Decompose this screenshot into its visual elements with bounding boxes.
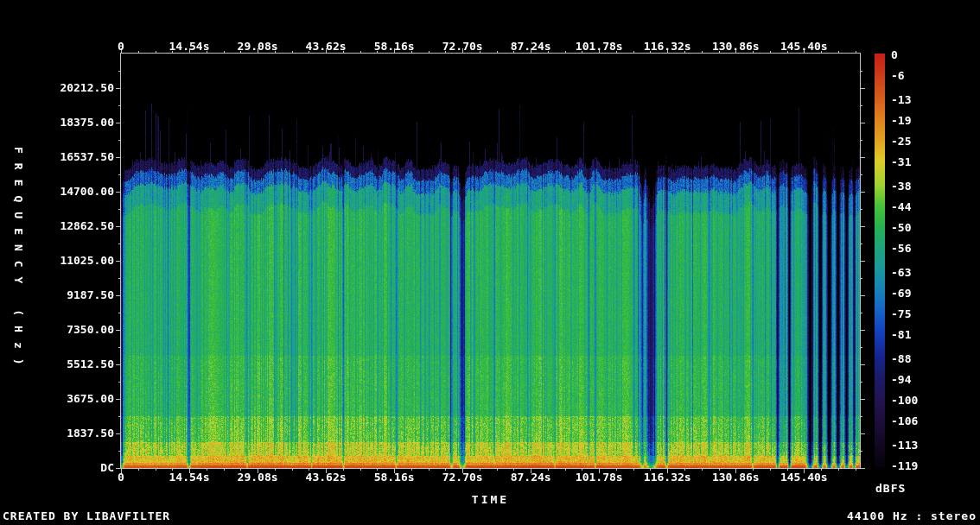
legend-tick-label: -19 [891,115,911,127]
freq-tick-label: 3675.00 [31,393,114,405]
time-tick-label: 87.24s [511,471,551,484]
time-tick-label: 58.16s [374,41,415,53]
time-tick-label: 14.54s [169,41,210,53]
legend-tick-label: -6 [891,70,905,82]
time-tick-label: 43.62s [306,41,347,53]
time-tick-label: 87.24s [511,41,551,53]
freq-tick-label: 7350.00 [31,324,114,336]
time-tick-label: 0 [118,471,124,484]
freq-tick-label: 16537.50 [31,151,114,163]
legend-tick-label: 0 [891,49,898,61]
freq-tick-label: 12862.50 [31,220,114,232]
time-tick-label: 29.08s [238,471,278,484]
stream-info: 44100 Hz : stereo [847,509,977,522]
time-tick-label: 72.70s [442,471,483,484]
legend-tick-label: -31 [891,156,911,168]
legend-tick-label: -100 [891,395,918,407]
legend-tick-label: -75 [891,308,911,320]
time-tick-label: 43.62s [306,471,347,484]
time-tick-label: 29.08s [238,41,278,53]
time-axis-title: TIME [121,493,860,506]
spectrogram-window: 014.54s29.08s43.62s58.16s72.70s87.24s101… [0,0,980,525]
freq-tick-label: DC [31,462,114,474]
freq-tick-label: 14700.00 [31,186,114,198]
time-tick-label: 101.78s [576,471,623,484]
legend-tick-label: -88 [891,353,911,365]
legend-unit-label: dBFS [875,482,906,495]
freq-tick-label: 9187.50 [31,289,114,301]
frequency-axis-title: FREQUENCY (Hz) [3,54,33,468]
freq-tick-label: 11025.00 [31,255,114,267]
legend-tick-label: -50 [891,222,911,234]
legend-tick-label: -13 [891,94,911,106]
time-tick-label: 145.40s [780,41,828,53]
legend-tick-label: -69 [891,288,911,300]
freq-tick-label: 5512.50 [31,358,114,370]
time-tick-label: 116.32s [644,471,691,484]
time-tick-label: 72.70s [442,41,483,53]
spectrogram-canvas [0,0,980,525]
freq-tick-label: 20212.50 [31,82,114,94]
legend-tick-label: -81 [891,329,911,341]
legend-tick-label: -38 [891,180,911,193]
time-tick-label: 58.16s [374,471,415,484]
time-tick-label: 145.40s [780,471,828,484]
time-tick-label: 116.32s [644,41,691,53]
freq-tick-label: 1837.50 [31,427,114,440]
legend-tick-label: -119 [891,460,918,472]
legend-tick-label: -94 [891,374,911,386]
credit-text: CREATED BY LIBAVFILTER [3,509,170,522]
time-tick-label: 101.78s [576,41,623,53]
legend-tick-label: -44 [891,201,911,213]
legend-tick-label: -113 [891,440,918,452]
time-tick-label: 14.54s [169,471,210,484]
legend-tick-label: -63 [891,267,911,279]
time-tick-label: 130.86s [712,471,760,484]
legend-tick-label: -106 [891,415,918,427]
legend-tick-label: -25 [891,136,911,148]
legend-tick-label: -56 [891,243,911,255]
time-tick-label: 130.86s [712,41,760,53]
time-tick-label: 0 [118,41,124,53]
freq-tick-label: 18375.00 [31,117,114,129]
